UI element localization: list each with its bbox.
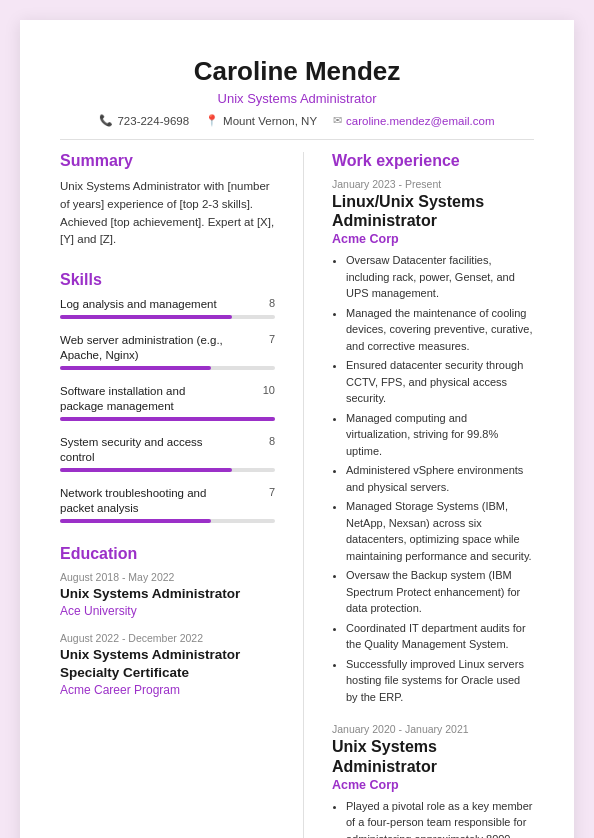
work-bullet: Coordinated IT department audits for the… xyxy=(346,620,534,653)
edu-school: Ace University xyxy=(60,604,275,618)
email-address: caroline.mendez@email.com xyxy=(346,115,494,127)
work-bullet: Managed computing and virtualization, st… xyxy=(346,410,534,460)
candidate-name: Caroline Mendez xyxy=(60,56,534,87)
skill-score: 10 xyxy=(263,384,275,396)
phone-number: 723-224-9698 xyxy=(117,115,189,127)
location-icon: 📍 xyxy=(205,114,219,127)
main-columns: Summary Unix Systems Administrator with … xyxy=(60,152,534,838)
phone-icon: 📞 xyxy=(99,114,113,127)
skill-name: Log analysis and management xyxy=(60,297,217,312)
skill-item: System security and access control 8 xyxy=(60,435,275,472)
education-section: Education August 2018 - May 2022 Unix Sy… xyxy=(60,545,275,698)
skill-bar-bg xyxy=(60,468,275,472)
education-list: August 2018 - May 2022 Unix Systems Admi… xyxy=(60,571,275,698)
skill-bar-bg xyxy=(60,519,275,523)
skill-name: Web server administration (e.g., Apache,… xyxy=(60,333,230,363)
work-date: January 2020 - January 2021 xyxy=(332,723,534,735)
education-heading: Education xyxy=(60,545,275,563)
summary-text: Unix Systems Administrator with [number … xyxy=(60,178,275,249)
skill-score: 8 xyxy=(269,297,275,309)
right-column: Work experience January 2023 - Present L… xyxy=(332,152,534,838)
summary-heading: Summary xyxy=(60,152,275,170)
work-bullets-list: Oversaw Datacenter facilities, including… xyxy=(332,252,534,705)
skill-bar-fill xyxy=(60,366,211,370)
work-date: January 2023 - Present xyxy=(332,178,534,190)
work-bullet: Oversaw Datacenter facilities, including… xyxy=(346,252,534,302)
email-contact: ✉ caroline.mendez@email.com xyxy=(333,114,494,127)
work-company: Acme Corp xyxy=(332,778,534,792)
edu-degree: Unix Systems Administrator Specialty Cer… xyxy=(60,646,275,681)
skill-item: Log analysis and management 8 xyxy=(60,297,275,319)
work-item: January 2023 - Present Linux/Unix System… xyxy=(332,178,534,705)
candidate-title: Unix Systems Administrator xyxy=(60,91,534,106)
skill-bar-bg xyxy=(60,315,275,319)
work-item: January 2020 - January 2021 Unix Systems… xyxy=(332,723,534,838)
work-bullets-list: Played a pivotal role as a key member of… xyxy=(332,798,534,838)
skill-bar-fill xyxy=(60,519,211,523)
skill-bar-fill xyxy=(60,315,232,319)
skill-name: System security and access control xyxy=(60,435,230,465)
education-item: August 2022 - December 2022 Unix Systems… xyxy=(60,632,275,697)
left-column: Summary Unix Systems Administrator with … xyxy=(60,152,275,838)
header: Caroline Mendez Unix Systems Administrat… xyxy=(60,56,534,127)
skill-bar-bg xyxy=(60,366,275,370)
skill-item: Software installation and package manage… xyxy=(60,384,275,421)
work-title: Linux/Unix Systems Administrator xyxy=(332,192,534,230)
email-icon: ✉ xyxy=(333,114,342,127)
skill-bar-fill xyxy=(60,417,275,421)
edu-school: Acme Career Program xyxy=(60,683,275,697)
header-divider xyxy=(60,139,534,140)
skills-section: Skills Log analysis and management 8 Web… xyxy=(60,271,275,522)
contact-bar: 📞 723-224-9698 📍 Mount Vernon, NY ✉ caro… xyxy=(60,114,534,127)
skill-name: Network troubleshooting and packet analy… xyxy=(60,486,230,516)
skill-score: 8 xyxy=(269,435,275,447)
skill-bar-fill xyxy=(60,468,232,472)
work-company: Acme Corp xyxy=(332,232,534,246)
location-text: Mount Vernon, NY xyxy=(223,115,317,127)
work-bullet: Managed Storage Systems (IBM, NetApp, Ne… xyxy=(346,498,534,564)
work-section: Work experience January 2023 - Present L… xyxy=(332,152,534,838)
edu-degree: Unix Systems Administrator xyxy=(60,585,275,603)
skill-item: Web server administration (e.g., Apache,… xyxy=(60,333,275,370)
skill-score: 7 xyxy=(269,333,275,345)
summary-section: Summary Unix Systems Administrator with … xyxy=(60,152,275,249)
column-divider xyxy=(303,152,304,838)
skills-list: Log analysis and management 8 Web server… xyxy=(60,297,275,522)
education-item: August 2018 - May 2022 Unix Systems Admi… xyxy=(60,571,275,619)
work-bullet: Administered vSphere environments and ph… xyxy=(346,462,534,495)
skill-bar-bg xyxy=(60,417,275,421)
location-contact: 📍 Mount Vernon, NY xyxy=(205,114,317,127)
skill-score: 7 xyxy=(269,486,275,498)
work-bullet: Played a pivotal role as a key member of… xyxy=(346,798,534,838)
skill-name: Software installation and package manage… xyxy=(60,384,230,414)
work-bullet: Managed the maintenance of cooling devic… xyxy=(346,305,534,355)
skill-item: Network troubleshooting and packet analy… xyxy=(60,486,275,523)
edu-date: August 2022 - December 2022 xyxy=(60,632,275,644)
skills-heading: Skills xyxy=(60,271,275,289)
work-heading: Work experience xyxy=(332,152,534,170)
work-list: January 2023 - Present Linux/Unix System… xyxy=(332,178,534,838)
work-bullet: Successfully improved Linux servers host… xyxy=(346,656,534,706)
work-bullet: Ensured datacenter security through CCTV… xyxy=(346,357,534,407)
edu-date: August 2018 - May 2022 xyxy=(60,571,275,583)
work-bullet: Oversaw the Backup system (IBM Spectrum … xyxy=(346,567,534,617)
work-title: Unix Systems Administrator xyxy=(332,737,534,775)
phone-contact: 📞 723-224-9698 xyxy=(99,114,189,127)
resume-container: Caroline Mendez Unix Systems Administrat… xyxy=(20,20,574,838)
